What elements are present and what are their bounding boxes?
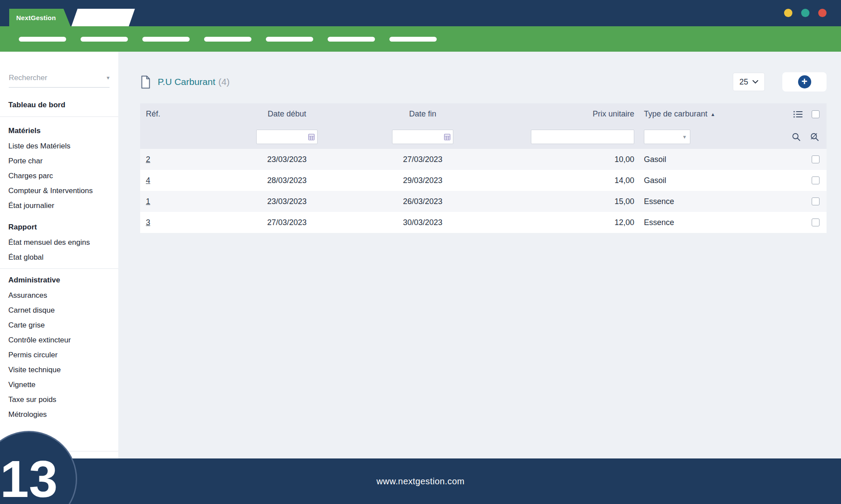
sidebar-search-placeholder: Rechercher <box>9 74 47 82</box>
brand-logo-text: NextGestion <box>16 14 56 21</box>
row-checkbox[interactable] <box>812 219 820 226</box>
row-type: Essence <box>642 218 780 227</box>
table-row: 4 28/03/2023 29/03/2023 14,00 Gasoil <box>140 170 827 191</box>
calendar-icon[interactable] <box>444 134 451 141</box>
sidebar-search-select[interactable]: Rechercher ▾ <box>9 68 110 88</box>
header-actions: 25 + <box>733 72 827 92</box>
table-filter-row: ▾ <box>140 125 827 149</box>
clear-search-icon[interactable] <box>810 132 820 142</box>
table-header-actions <box>780 110 827 118</box>
nav-item-placeholder[interactable] <box>142 37 190 42</box>
row-prix: 15,00 <box>491 197 642 206</box>
row-prix: 10,00 <box>491 155 642 164</box>
select-all-checkbox[interactable] <box>812 110 820 118</box>
sidebar-item-visite-technique[interactable]: Visite technique <box>0 363 118 377</box>
page-number: 13 <box>0 449 57 504</box>
column-header-type-carburant[interactable]: Type de carburant ▲ <box>642 109 780 119</box>
sidebar-divider <box>0 116 118 117</box>
app-window: NextGestion Rechercher ▾ Tableau de bord… <box>0 0 841 504</box>
sidebar-item-etat-journalier[interactable]: État journalier <box>0 198 118 213</box>
page-count: (4) <box>219 77 230 87</box>
sidebar-item-taxe-sur-poids[interactable]: Taxe sur poids <box>0 392 118 407</box>
filter-prix-input[interactable] <box>531 130 634 144</box>
footer-website: www.nextgestion.com <box>376 476 464 486</box>
row-ref-link[interactable]: 3 <box>146 218 150 227</box>
sidebar-item-compteur-interventions[interactable]: Compteur & Interventions <box>0 183 118 198</box>
sidebar-section-rapport: Rapport <box>0 219 118 235</box>
document-icon <box>140 75 151 89</box>
sidebar-item-carte-grise[interactable]: Carte grise <box>0 318 118 333</box>
column-header-date-debut[interactable]: Date début <box>219 109 355 119</box>
sidebar-item-metrologies[interactable]: Métrologies <box>0 407 118 422</box>
calendar-icon[interactable] <box>308 134 315 141</box>
row-ref-link[interactable]: 2 <box>146 155 150 164</box>
row-checkbox[interactable] <box>812 176 820 184</box>
plus-icon: + <box>798 75 811 88</box>
sidebar-item-permis-circuler[interactable]: Permis circuler <box>0 348 118 363</box>
sidebar-item-controle-extincteur[interactable]: Contrôle extincteur <box>0 333 118 348</box>
nav-item-placeholder[interactable] <box>81 37 128 42</box>
main-nav-bar <box>0 26 841 52</box>
main-content: P.U Carburant (4) 25 + Réf. Date début <box>118 52 841 458</box>
table-row: 3 27/03/2023 30/03/2023 12,00 Essence <box>140 212 827 233</box>
sidebar-item-porte-char[interactable]: Porte char <box>0 154 118 169</box>
window-minimize-button[interactable] <box>784 9 792 17</box>
page-size-select[interactable]: 25 <box>733 73 765 91</box>
row-date-fin: 30/03/2023 <box>355 218 491 227</box>
row-type: Gasoil <box>642 155 780 164</box>
footer: www.nextgestion.com <box>0 458 841 504</box>
search-icon[interactable] <box>792 132 801 142</box>
sidebar-item-etat-mensuel-des-engins[interactable]: État mensuel des engins <box>0 235 118 250</box>
sidebar-item-charges-parc[interactable]: Charges parc <box>0 169 118 183</box>
column-header-date-fin[interactable]: Date fin <box>355 109 491 119</box>
sort-asc-icon: ▲ <box>710 112 715 117</box>
row-date-fin: 26/03/2023 <box>355 197 491 206</box>
row-date-debut: 27/03/2023 <box>219 218 355 227</box>
column-header-ref[interactable]: Réf. <box>140 109 219 119</box>
sidebar-section-administrative: Administrative <box>0 272 118 288</box>
topbar: NextGestion <box>0 0 841 26</box>
sidebar-item-assurances[interactable]: Assurances <box>0 288 118 303</box>
table-header-row: Réf. Date début Date fin Prix unitaire T… <box>140 103 827 125</box>
filter-type-select[interactable]: ▾ <box>644 130 690 144</box>
row-type: Gasoil <box>642 176 780 185</box>
page-title: P.U Carburant <box>158 77 216 87</box>
content-header: P.U Carburant (4) 25 + <box>140 72 827 92</box>
page-size-value: 25 <box>739 78 748 87</box>
nav-item-placeholder[interactable] <box>328 37 375 42</box>
sidebar-item-dashboard[interactable]: Tableau de bord <box>0 97 118 113</box>
nav-item-placeholder[interactable] <box>19 37 66 42</box>
list-view-icon[interactable] <box>793 110 803 118</box>
chevron-down-icon <box>753 80 758 84</box>
nav-item-placeholder[interactable] <box>204 37 251 42</box>
add-button[interactable]: + <box>782 72 827 92</box>
sidebar-item-vignette[interactable]: Vignette <box>0 377 118 392</box>
nav-item-placeholder[interactable] <box>266 37 313 42</box>
row-checkbox[interactable] <box>812 155 820 163</box>
table-row: 1 23/03/2023 26/03/2023 15,00 Essence <box>140 191 827 212</box>
row-date-debut: 28/03/2023 <box>219 176 355 185</box>
row-date-debut: 23/03/2023 <box>219 197 355 206</box>
tab-placeholder[interactable] <box>71 9 135 26</box>
column-header-prix-unitaire[interactable]: Prix unitaire <box>491 109 642 119</box>
sidebar-item-liste-des-materiels[interactable]: Liste des Matériels <box>0 139 118 154</box>
chevron-down-icon: ▾ <box>106 74 110 81</box>
sidebar-item-carnet-disque[interactable]: Carnet disque <box>0 303 118 318</box>
sidebar-divider <box>0 268 118 269</box>
sidebar: Rechercher ▾ Tableau de bord Matériels L… <box>0 52 118 458</box>
nav-item-placeholder[interactable] <box>389 37 437 42</box>
row-date-fin: 27/03/2023 <box>355 155 491 164</box>
row-type: Essence <box>642 197 780 206</box>
window-maximize-button[interactable] <box>801 9 809 17</box>
row-ref-link[interactable]: 1 <box>146 197 150 206</box>
row-ref-link[interactable]: 4 <box>146 176 150 185</box>
sidebar-item-etat-global[interactable]: État global <box>0 250 118 265</box>
table-row: 2 23/03/2023 27/03/2023 10,00 Gasoil <box>140 149 827 170</box>
row-prix: 14,00 <box>491 176 642 185</box>
brand-logo-tab[interactable]: NextGestion <box>9 9 71 26</box>
data-table: Réf. Date début Date fin Prix unitaire T… <box>140 103 827 233</box>
row-checkbox[interactable] <box>812 197 820 205</box>
window-close-button[interactable] <box>818 9 827 17</box>
chevron-down-icon: ▾ <box>683 134 686 140</box>
sidebar-section-materiels: Matériels <box>0 123 118 139</box>
